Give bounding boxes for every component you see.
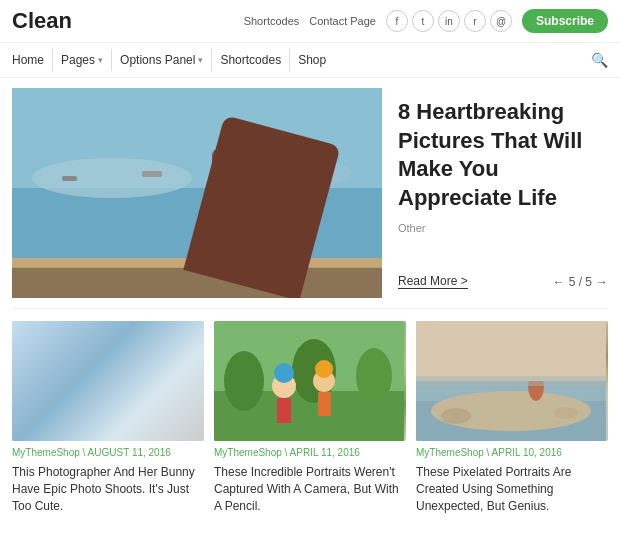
blog-excerpt-1: This Photographer And Her Bunny Have Epi… xyxy=(12,464,204,514)
social-icons: f t in r @ xyxy=(386,10,512,32)
svg-rect-15 xyxy=(32,371,62,411)
facebook-icon[interactable]: f xyxy=(386,10,408,32)
svg-rect-1 xyxy=(12,188,382,298)
nav-label-home: Home xyxy=(12,53,44,67)
thumb-image-3 xyxy=(416,321,606,441)
blog-card-3: MyThemeShop \ APRIL 10, 2016 These Pixel… xyxy=(416,321,608,514)
svg-rect-19 xyxy=(112,376,132,411)
blog-author-3: MyThemeShop xyxy=(416,447,484,458)
blog-date-3: APRIL 10, 2016 xyxy=(492,447,562,458)
svg-rect-11 xyxy=(62,176,77,181)
top-bar: Clean Shortcodes Contact Page f t in r @… xyxy=(0,0,620,43)
pagination: ← 5 / 5 → xyxy=(553,275,608,289)
featured-content: 8 Heartbreaking Pictures That Will Make … xyxy=(398,88,608,289)
blog-meta-2: MyThemeShop \ APRIL 11, 2016 xyxy=(214,447,406,458)
navigation: Home Pages ▾ Options Panel ▾ Shortcodes … xyxy=(0,43,620,78)
blog-thumb-2 xyxy=(214,321,406,441)
blog-date-1: AUGUST 11, 2016 xyxy=(88,447,171,458)
svg-rect-10 xyxy=(207,238,287,268)
search-icon[interactable]: 🔍 xyxy=(591,52,608,68)
svg-point-3 xyxy=(232,158,352,188)
blog-card-2: MyThemeShop \ APRIL 11, 2016 These Incre… xyxy=(214,321,406,514)
prev-arrow[interactable]: ← xyxy=(553,275,565,289)
site-title: Clean xyxy=(12,8,72,34)
svg-text:❄ ❄ ❄: ❄ ❄ ❄ xyxy=(22,344,47,353)
svg-rect-31 xyxy=(277,398,291,423)
nav-items: Home Pages ▾ Options Panel ▾ Shortcodes … xyxy=(12,49,591,71)
svg-rect-17 xyxy=(72,361,97,411)
svg-marker-16 xyxy=(32,351,62,371)
nav-item-shortcodes[interactable]: Shortcodes xyxy=(212,49,290,71)
svg-rect-9 xyxy=(212,148,282,278)
nav-label-pages: Pages xyxy=(61,53,95,67)
svg-point-8 xyxy=(222,168,282,188)
email-icon[interactable]: @ xyxy=(490,10,512,32)
blog-meta-3: MyThemeShop \ APRIL 10, 2016 xyxy=(416,447,608,458)
svg-point-21 xyxy=(102,416,202,441)
svg-point-41 xyxy=(554,407,578,419)
svg-rect-44 xyxy=(416,321,606,381)
nav-label-shortcodes: Shortcodes xyxy=(220,53,281,67)
page-indicator: 5 / 5 xyxy=(569,275,592,289)
blog-thumb-3 xyxy=(416,321,608,441)
featured-section: 8 Heartbreaking Pictures That Will Make … xyxy=(0,78,620,308)
chevron-down-icon: ▾ xyxy=(98,55,103,65)
blog-grid: ❄ ❄ ❄ MyThemeShop \ AUGUST 11, 2016 This… xyxy=(0,309,620,524)
featured-title: 8 Heartbreaking Pictures That Will Make … xyxy=(398,98,608,212)
svg-point-28 xyxy=(356,348,392,404)
svg-rect-14 xyxy=(12,381,202,441)
twitter-icon[interactable]: t xyxy=(412,10,434,32)
blog-excerpt-3: These Pixelated Portraits Are Created Us… xyxy=(416,464,608,514)
svg-rect-34 xyxy=(318,392,331,416)
blog-card-1: ❄ ❄ ❄ MyThemeShop \ AUGUST 11, 2016 This… xyxy=(12,321,204,514)
subscribe-button[interactable]: Subscribe xyxy=(522,9,608,33)
nav-label-options: Options Panel xyxy=(120,53,195,67)
rss-icon[interactable]: r xyxy=(464,10,486,32)
thumb-image-2 xyxy=(214,321,404,441)
svg-point-22 xyxy=(97,366,117,386)
svg-marker-18 xyxy=(72,343,97,361)
thumb-image-1: ❄ ❄ ❄ xyxy=(12,321,202,441)
featured-category: Other xyxy=(398,222,608,234)
next-arrow[interactable]: → xyxy=(596,275,608,289)
featured-image xyxy=(12,88,382,298)
svg-rect-13 xyxy=(12,321,202,441)
svg-rect-23 xyxy=(100,386,114,411)
svg-point-40 xyxy=(441,408,471,424)
blog-meta-1: MyThemeShop \ AUGUST 11, 2016 xyxy=(12,447,204,458)
blog-thumb-1: ❄ ❄ ❄ xyxy=(12,321,204,441)
contact-link[interactable]: Contact Page xyxy=(309,15,376,27)
top-right: Shortcodes Contact Page f t in r @ Subsc… xyxy=(244,9,608,33)
svg-point-27 xyxy=(224,351,264,411)
blog-author-1: MyThemeShop xyxy=(12,447,80,458)
svg-point-20 xyxy=(12,401,92,441)
nav-label-shop: Shop xyxy=(298,53,326,67)
blog-date-2: APRIL 11, 2016 xyxy=(290,447,360,458)
svg-rect-12 xyxy=(142,171,162,177)
featured-footer: Read More > ← 5 / 5 → xyxy=(398,274,608,289)
svg-point-32 xyxy=(274,363,294,383)
chevron-down-icon: ▾ xyxy=(198,55,203,65)
shortcodes-link[interactable]: Shortcodes xyxy=(244,15,300,27)
instagram-icon[interactable]: in xyxy=(438,10,460,32)
top-links: Shortcodes Contact Page xyxy=(244,15,376,27)
nav-item-pages[interactable]: Pages ▾ xyxy=(53,49,112,71)
svg-rect-4 xyxy=(12,258,382,298)
featured-image-svg xyxy=(12,88,382,298)
svg-point-35 xyxy=(315,360,333,378)
svg-point-2 xyxy=(32,158,192,198)
read-more-link[interactable]: Read More > xyxy=(398,274,468,289)
nav-item-shop[interactable]: Shop xyxy=(290,49,334,71)
svg-rect-45 xyxy=(416,376,606,386)
blog-author-2: MyThemeShop xyxy=(214,447,282,458)
nav-item-options[interactable]: Options Panel ▾ xyxy=(112,49,212,71)
nav-item-home[interactable]: Home xyxy=(12,49,53,71)
blog-excerpt-2: These Incredible Portraits Weren't Captu… xyxy=(214,464,406,514)
